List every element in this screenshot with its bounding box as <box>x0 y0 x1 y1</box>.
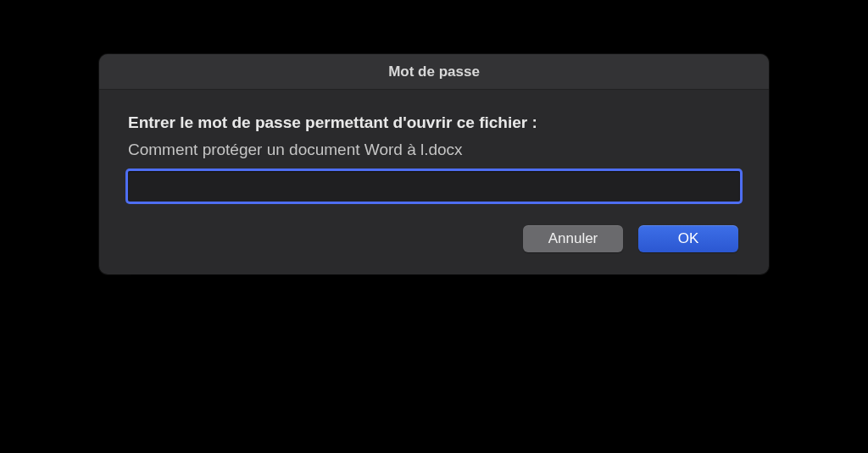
password-prompt: Entrer le mot de passe permettant d'ouvr… <box>128 113 740 132</box>
ok-button[interactable]: OK <box>638 225 738 252</box>
password-dialog: Mot de passe Entrer le mot de passe perm… <box>99 54 769 274</box>
password-input[interactable] <box>128 171 740 202</box>
filename-label: Comment protéger un document Word à l.do… <box>128 141 740 159</box>
dialog-title: Mot de passe <box>388 64 480 80</box>
dialog-content: Entrer le mot de passe permettant d'ouvr… <box>99 90 769 274</box>
dialog-titlebar: Mot de passe <box>99 54 769 90</box>
button-row: Annuler OK <box>128 225 740 252</box>
cancel-button[interactable]: Annuler <box>523 225 623 252</box>
